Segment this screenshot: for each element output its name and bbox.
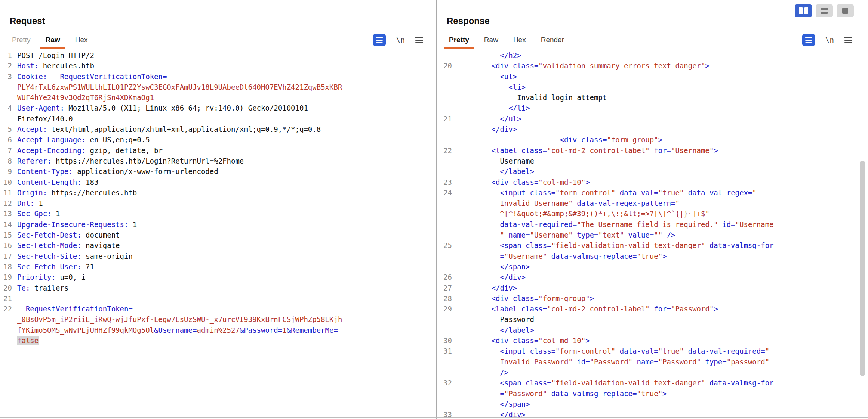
- code-line[interactable]: Firefox/140.0: [3, 114, 434, 124]
- line-number: 23: [443, 177, 457, 187]
- code-line[interactable]: 32 <span class="field-validation-valid t…: [443, 378, 860, 388]
- code-line[interactable]: 28 <div class="form-group">: [443, 293, 860, 304]
- response-scrollbar[interactable]: [860, 161, 865, 376]
- tab-pretty[interactable]: Pretty: [444, 34, 474, 49]
- line-number: 7: [3, 145, 17, 156]
- code-line[interactable]: data-val-required="The Username field is…: [443, 219, 860, 230]
- code-line[interactable]: 26 </div>: [443, 272, 860, 282]
- code-line[interactable]: </span>: [443, 399, 860, 409]
- code-line[interactable]: 12Dnt: 1: [3, 198, 434, 208]
- code-line[interactable]: </li>: [443, 103, 860, 113]
- code-line[interactable]: 29 <label class="col-md-2 control-label"…: [443, 304, 860, 314]
- code-line[interactable]: 11Origin: https://hercules.htb: [3, 187, 434, 198]
- code-line[interactable]: 15Sec-Fetch-Dest: document: [3, 230, 434, 240]
- line-number: 8: [3, 156, 17, 166]
- code-line[interactable]: 5Accept: text/html,application/xhtml+xml…: [3, 124, 434, 134]
- code-line[interactable]: 13Sec-Gpc: 1: [3, 208, 434, 219]
- rows-layout-icon[interactable]: [816, 4, 833, 17]
- tab-hex[interactable]: Hex: [508, 34, 531, 49]
- code-line[interactable]: _0BsOvP5m_iP2riiE_iRwQ-wjJfuPxf-Legw7EsU…: [3, 314, 434, 325]
- code-text: <li>: [457, 82, 526, 92]
- newline-toggle-icon[interactable]: \n: [396, 36, 405, 44]
- code-line[interactable]: 7Accept-Encoding: gzip, deflate, br: [3, 145, 434, 156]
- tab-render[interactable]: Render: [536, 34, 569, 49]
- code-line[interactable]: 25 <span class="field-validation-valid t…: [443, 240, 860, 251]
- code-line[interactable]: <li>: [443, 82, 860, 92]
- code-line[interactable]: ="Password" data-valmsg-replace="true">: [443, 388, 860, 399]
- code-line[interactable]: 18Sec-Fetch-User: ?1: [3, 261, 434, 272]
- code-line[interactable]: 31 <input class="form-control" data-val=…: [443, 346, 860, 356]
- code-line[interactable]: PLY4rTxL6zxwPS1WULthLILQ1PZ2YswC3EGOxFAm…: [3, 82, 434, 92]
- code-line[interactable]: 27 </div>: [443, 283, 860, 293]
- code-line[interactable]: 1POST /Login HTTP/2: [3, 50, 434, 60]
- code-line[interactable]: 17Sec-Fetch-Site: same-origin: [3, 251, 434, 261]
- code-line[interactable]: </label>: [443, 325, 860, 335]
- code-line[interactable]: " name="Username" type="text" value="" /…: [443, 230, 860, 240]
- code-line[interactable]: false: [3, 335, 434, 346]
- code-line[interactable]: </label>: [443, 166, 860, 177]
- columns-layout-icon[interactable]: [795, 4, 812, 17]
- code-line[interactable]: </div>: [443, 124, 860, 134]
- tab-pretty[interactable]: Pretty: [7, 34, 36, 49]
- line-number: 4: [3, 103, 17, 113]
- tab-hex[interactable]: Hex: [70, 34, 93, 49]
- code-text: <span class="field-validation-valid text…: [457, 240, 774, 251]
- code-line[interactable]: 10Content-Length: 183: [3, 177, 434, 187]
- code-text: </div>: [457, 124, 517, 134]
- code-line[interactable]: <ul>: [443, 71, 860, 82]
- code-line[interactable]: 2Host: hercules.htb: [3, 60, 434, 71]
- response-editor[interactable]: </h2>20 <div class="validation-summary-e…: [443, 50, 860, 418]
- line-number: 29: [443, 304, 457, 314]
- menu-icon[interactable]: [415, 35, 423, 45]
- code-line[interactable]: Invalid Username" data-val-regex-pattern…: [443, 198, 860, 208]
- code-line[interactable]: 9Content-Type: application/x-www-form-ur…: [3, 166, 434, 177]
- code-text: Upgrade-Insecure-Requests: 1: [17, 219, 137, 230]
- request-editor[interactable]: 1POST /Login HTTP/22Host: hercules.htb3C…: [3, 50, 434, 418]
- code-line[interactable]: <div class="form-group">: [443, 134, 860, 145]
- code-line[interactable]: 24 <input class="form-control" data-val=…: [443, 187, 860, 198]
- code-line[interactable]: />: [443, 367, 860, 378]
- code-line[interactable]: 6Accept-Language: en-US,en;q=0.5: [3, 134, 434, 145]
- code-line[interactable]: 19Priority: u=0, i: [3, 272, 434, 282]
- code-line[interactable]: WUF4hYe24t9v3Qd2qT6RjSn4XDKmaOg1: [3, 92, 434, 103]
- code-line[interactable]: 16Sec-Fetch-Mode: navigate: [3, 240, 434, 251]
- code-line[interactable]: 20Te: trailers: [3, 283, 434, 293]
- code-line[interactable]: ^[^!&quot;#&amp;&#39;()*+,\:;&lt;=>?[\]^…: [443, 208, 860, 219]
- code-text: <div class="col-md-10">: [457, 335, 590, 346]
- search-icon[interactable]: [802, 34, 815, 46]
- menu-icon[interactable]: [844, 35, 852, 45]
- tab-raw[interactable]: Raw: [40, 34, 65, 49]
- line-number: [443, 103, 457, 113]
- code-line[interactable]: 14Upgrade-Insecure-Requests: 1: [3, 219, 434, 230]
- code-line[interactable]: Invalid login attempt: [443, 92, 860, 103]
- code-line[interactable]: </span>: [443, 261, 860, 272]
- code-line[interactable]: Invalid Password" id="Password" name="Pa…: [443, 357, 860, 367]
- code-line[interactable]: 21: [3, 293, 434, 304]
- code-line[interactable]: 20 <div class="validation-summary-errors…: [443, 60, 860, 71]
- tab-raw[interactable]: Raw: [479, 34, 504, 49]
- code-text: </label>: [457, 166, 534, 177]
- line-number: [3, 114, 17, 124]
- code-line[interactable]: </h2>: [443, 50, 860, 60]
- code-line[interactable]: Password: [443, 314, 860, 325]
- code-text: POST /Login HTTP/2: [17, 50, 94, 60]
- request-tabs: PrettyRawHex: [7, 34, 98, 49]
- single-layout-icon[interactable]: [837, 4, 854, 17]
- line-number: [443, 198, 457, 208]
- code-line[interactable]: 4User-Agent: Mozilla/5.0 (X11; Linux x86…: [3, 103, 434, 113]
- code-line[interactable]: ="Username" data-valmsg-replace="true">: [443, 251, 860, 261]
- code-line[interactable]: 22__RequestVerificationToken=: [3, 304, 434, 314]
- search-icon[interactable]: [373, 34, 386, 46]
- code-line[interactable]: 22 <label class="col-md-2 control-label"…: [443, 145, 860, 156]
- code-line[interactable]: 21 </ul>: [443, 114, 860, 124]
- code-line[interactable]: 8Referer: https://hercules.htb/Login?Ret…: [3, 156, 434, 166]
- newline-toggle-icon[interactable]: \n: [825, 36, 834, 44]
- code-line[interactable]: 23 <div class="col-md-10">: [443, 177, 860, 187]
- code-line[interactable]: 3Cookie: __RequestVerificationToken=: [3, 71, 434, 82]
- code-text: ="Username" data-valmsg-replace="true">: [457, 251, 667, 261]
- code-line[interactable]: fYKimo5QMS_wNvPLjUHHZf99qkMQg5Ol&Usernam…: [3, 325, 434, 335]
- code-line[interactable]: 30 <div class="col-md-10">: [443, 335, 860, 346]
- code-line[interactable]: Username: [443, 156, 860, 166]
- code-text: </div>: [457, 272, 526, 282]
- code-text: <label class="col-md-2 control-label" fo…: [457, 304, 718, 314]
